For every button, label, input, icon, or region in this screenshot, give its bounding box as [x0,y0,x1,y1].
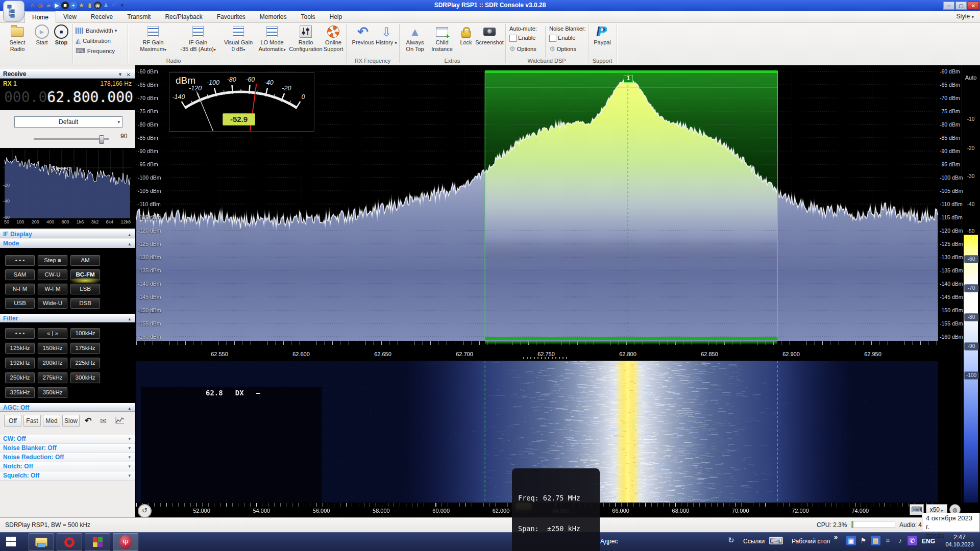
section-filter[interactable]: Filter▴ [0,314,135,322]
filter-button-225khz[interactable]: 225kHz [70,358,100,368]
panel-collapse-icon[interactable]: ▼ [118,70,122,79]
app-menu-button[interactable] [3,1,24,22]
agc-button-med[interactable]: Med [43,415,60,427]
filter-button-325khz[interactable]: 325kHz [5,387,35,398]
if-gain-button[interactable]: IF Gain -35 dB (Auto) [176,24,220,56]
channel-marker[interactable]: 1 [624,75,633,83]
span-reset-button[interactable]: ↺ [138,504,152,518]
mode-button-lsb[interactable]: LSB [70,284,100,294]
radio-configuration-button[interactable]: Radio Configuration [289,24,323,56]
record-icon[interactable]: ✉ [100,416,107,425]
desktop-toolbar-label[interactable]: Рабочий стол [792,538,830,545]
qa-lock-icon[interactable]: ▮ [86,2,93,9]
tray-network-icon[interactable]: ⌗ [883,536,893,545]
tab-rec-playback[interactable]: Rec/Playback [158,11,209,23]
child-instance-button[interactable]: Child Instance [429,24,455,56]
keyboard-icon[interactable]: ⌨ [769,535,783,547]
section-mode[interactable]: Mode▴ [0,239,135,247]
preset-select[interactable]: Default ▾ [14,116,122,128]
always-on-top-button[interactable]: ▲ Always On Top [403,24,427,56]
noise-blanker-options-button[interactable]: ⚙ Options [549,45,587,53]
qa-undo-icon[interactable]: ↶ [110,2,118,9]
section-agc[interactable]: AGC: Off▴ [0,403,135,412]
qa-home-icon[interactable]: ⌂ [29,2,36,9]
paypal-button[interactable]: P Paypal [590,24,615,56]
undo-icon[interactable]: ↶ [85,416,91,425]
tab-tools[interactable]: Tools [294,11,323,23]
qa-lifering-icon[interactable]: ◎ [37,2,44,9]
links-label[interactable]: Ссылки [743,538,765,545]
mode-button-cw-u[interactable]: CW-U [38,269,67,280]
history-button[interactable]: ⇩ History [376,24,397,56]
noise-blanker-checkbox[interactable] [549,35,556,42]
agc-button-off[interactable]: Off [4,415,21,427]
previous-button[interactable]: ↶ Previous [351,24,375,56]
filter-button-btn[interactable]: « | » [38,328,67,339]
filter-button-275khz[interactable]: 275kHz [38,372,67,383]
receive-panel-header[interactable]: Receive ▼ ✕ [0,69,135,79]
stop-button[interactable]: ■ Stop [52,24,70,56]
tab-home[interactable]: Home [24,11,56,23]
mode-button-btn[interactable]: • • • [5,255,35,266]
calibration-button[interactable]: ◭ Calibration [76,36,111,45]
splitter-handle[interactable] [523,357,569,359]
section-if-display[interactable]: IF Display▴ [0,230,135,238]
qa-add-icon[interactable]: + [69,2,77,9]
tab-memories[interactable]: Memories [253,11,294,23]
noise-blanker-enable[interactable]: Enable [549,35,587,42]
lo-mode-button[interactable]: LO Mode Automatic [256,24,288,56]
filter-button-250khz[interactable]: 250kHz [5,372,35,383]
volume-slider-thumb[interactable] [99,135,104,144]
auto-mute-checkbox[interactable] [509,35,517,42]
lock-button[interactable]: Lock [457,24,475,56]
palette-auto-label[interactable]: Auto [962,74,980,81]
frequency-display[interactable]: 000.062.800.000 [4,89,133,106]
filter-button-btn[interactable]: • • • [5,328,35,339]
volume-slider-track[interactable] [34,138,109,140]
filter-button-100khz[interactable]: 100kHz [70,328,100,339]
quick-launch-sdr-radio-app[interactable]: Ψ [113,533,138,551]
filter-button-192khz[interactable]: 192kHz [5,358,35,368]
close-button[interactable]: ✕ [968,2,979,10]
filter-button-175khz[interactable]: 175kHz [70,343,100,354]
clock-date[interactable]: 04.10.2023 [942,541,977,547]
tray-viber-icon[interactable]: ✆ [908,536,917,545]
tab-receive[interactable]: Receive [84,11,120,23]
quick-launch-file-manager[interactable] [29,533,54,551]
frequency-button[interactable]: ⌨ Frequency [76,46,115,55]
audio-spectrum-canvas[interactable] [3,149,132,218]
qa-more-icon[interactable]: ▾ [118,2,126,9]
graph-icon[interactable] [115,416,125,426]
dsp-row-cw-off[interactable]: CW: Off▾ [0,435,135,444]
mode-button-usb[interactable]: USB [5,298,35,309]
refresh-icon[interactable]: ↻ [728,536,734,545]
auto-mute-options-button[interactable]: ⚙ Options [509,45,545,53]
filter-button-300khz[interactable]: 300kHz [70,372,100,383]
filter-button-150khz[interactable]: 150kHz [38,343,67,354]
panel-close-icon[interactable]: ✕ [127,70,131,79]
dsp-row-noise-reduction-off[interactable]: Noise Reduction: Off▾ [0,453,135,462]
agc-button-slow[interactable]: Slow [62,415,80,427]
auto-mute-enable[interactable]: Enable [509,35,545,42]
tab-help[interactable]: Help [323,11,350,23]
tab-view[interactable]: View [56,11,84,23]
tray-document-icon[interactable]: ▤ [871,536,880,545]
qa-camera-icon[interactable]: ◉ [94,2,102,9]
dsp-row-squelch-off[interactable]: Squelch: Off▾ [0,471,135,481]
dsp-row-notch-off[interactable]: Notch: Off▾ [0,462,135,471]
maximize-button[interactable]: ▢ [955,2,967,10]
visual-gain-button[interactable]: Visual Gain 0 dB [222,24,255,56]
style-menu-button[interactable]: Style ▾ [956,13,974,20]
filter-button-200khz[interactable]: 200kHz [38,358,67,368]
quick-launch-opera-browser[interactable] [57,533,82,551]
start-button[interactable] [6,537,16,546]
palette-gradient-slider[interactable] [964,235,978,503]
online-support-button[interactable]: Online Support [323,24,344,56]
tab-transmit[interactable]: Transmit [120,11,158,23]
mode-button-am[interactable]: AM [70,255,100,266]
mode-button-bc-fm[interactable]: BC-FM [70,269,100,280]
qa-play-icon[interactable]: ▶ [53,2,61,9]
filter-button-350khz[interactable]: 350kHz [38,387,67,398]
filter-button-125khz[interactable]: 125kHz [5,343,35,354]
mode-button-wide-u[interactable]: Wide-U [38,298,67,309]
